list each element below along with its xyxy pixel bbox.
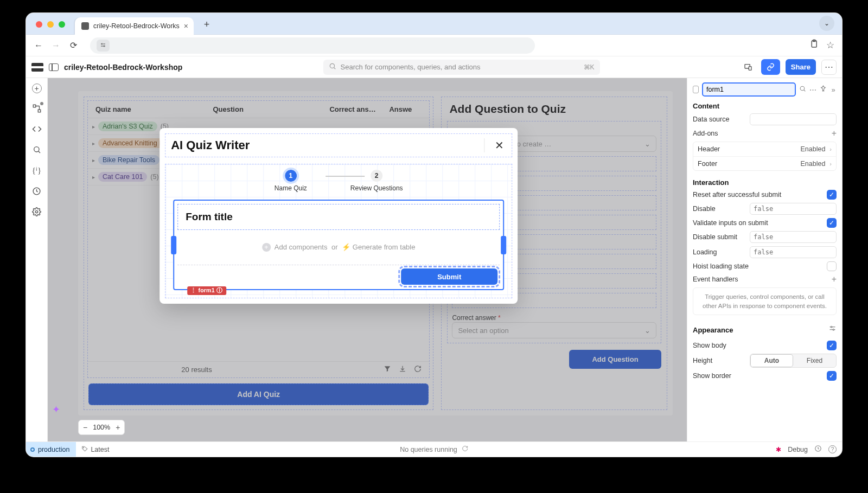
add-component-icon[interactable]: +	[32, 84, 42, 93]
reset-toggle[interactable]	[827, 190, 837, 200]
loading-input[interactable]	[750, 246, 837, 258]
content-heading: Content	[693, 102, 837, 110]
bolt-icon: ⚡	[342, 243, 350, 251]
step-name-quiz[interactable]: 1 Name Quiz	[275, 170, 307, 192]
show-body-toggle[interactable]	[827, 341, 837, 350]
forward-button[interactable]: →	[51, 41, 61, 50]
search-rail-icon[interactable]	[31, 144, 42, 155]
version-label[interactable]: Latest	[91, 446, 109, 453]
zoom-out-button[interactable]: −	[83, 423, 87, 432]
appearance-settings-icon[interactable]	[828, 325, 837, 335]
window-close-dot[interactable]	[36, 21, 42, 28]
resize-handle-left[interactable]	[171, 236, 176, 254]
code-icon[interactable]	[31, 124, 42, 135]
share-button[interactable]: Share	[786, 59, 816, 75]
app-title: criley-Retool-Bedrock-Workshop	[64, 63, 182, 72]
tabs-overflow-button[interactable]: ⌄	[819, 16, 834, 31]
svg-point-24	[831, 326, 832, 328]
svg-line-17	[38, 151, 40, 153]
inspector-expand-icon[interactable]: »	[830, 86, 837, 94]
queries-status: No queries running	[400, 446, 457, 453]
reload-button[interactable]: ⟳	[68, 40, 78, 50]
addon-header-row[interactable]: Header Enabled ›	[693, 142, 836, 156]
disable-submit-input[interactable]	[750, 231, 837, 243]
search-shortcut: ⌘K	[584, 63, 595, 71]
svg-rect-11	[749, 66, 751, 70]
queries-refresh-icon[interactable]	[462, 445, 468, 453]
settings-icon[interactable]	[31, 206, 42, 217]
disable-submit-label: Disable submit	[693, 233, 745, 241]
status-help-icon[interactable]: ?	[828, 445, 837, 453]
disable-label: Disable	[693, 205, 745, 213]
show-body-label: Show body	[693, 342, 822, 349]
component-type-icon	[693, 86, 699, 93]
zoom-control[interactable]: − 100% +	[78, 420, 125, 435]
show-border-toggle[interactable]	[827, 371, 837, 381]
toggle-panel-button[interactable]	[49, 63, 59, 71]
window-max-dot[interactable]	[59, 21, 65, 28]
addons-add-icon[interactable]: +	[832, 129, 837, 138]
history-icon[interactable]	[31, 185, 42, 196]
retool-logo[interactable]	[31, 63, 43, 72]
resize-handle-right[interactable]	[501, 236, 506, 254]
validate-toggle[interactable]	[827, 218, 837, 228]
back-button[interactable]: ←	[34, 41, 43, 50]
data-source-input[interactable]	[750, 113, 837, 125]
tab-close-icon[interactable]: ×	[184, 22, 188, 30]
appearance-heading: Appearance	[693, 326, 824, 334]
command-search[interactable]: Search for components, queries, and acti…	[323, 60, 600, 75]
submit-button[interactable]: Submit	[401, 268, 497, 285]
link-button[interactable]	[761, 59, 780, 75]
disable-input[interactable]	[750, 203, 837, 215]
svg-line-22	[804, 90, 806, 92]
modal: AI Quiz Writer ✕ 1 Name Quiz 2	[159, 128, 518, 304]
more-actions-button[interactable]: ⋯	[821, 60, 837, 75]
window-min-dot[interactable]	[47, 21, 54, 28]
data-source-label: Data source	[693, 116, 745, 123]
inspector-more-icon[interactable]: ⋯	[809, 86, 816, 94]
status-history-icon[interactable]	[814, 445, 822, 454]
site-settings-icon[interactable]	[97, 40, 110, 52]
event-handlers-help: Trigger queries, control components, or …	[693, 287, 837, 315]
modal-close-button[interactable]: ✕	[492, 139, 506, 152]
clipboard-icon[interactable]	[809, 39, 819, 52]
svg-rect-13	[38, 110, 41, 112]
component-name-input[interactable]	[702, 82, 796, 97]
ai-assistant-icon[interactable]: ✦	[52, 404, 60, 415]
inspector-search-icon[interactable]	[799, 85, 806, 94]
environment-badge[interactable]: production	[26, 442, 76, 457]
svg-point-27	[83, 447, 84, 448]
form1-component[interactable]: Form title + Add components or ⚡ Generat…	[173, 200, 504, 290]
responsive-preview-button[interactable]	[741, 60, 756, 75]
state-icon[interactable]: {ⁱ}	[31, 165, 42, 176]
tag-icon	[81, 445, 88, 454]
component-badge[interactable]: ⋮ form1 ⓘ	[187, 286, 226, 295]
debug-icon[interactable]: ✱	[776, 446, 781, 453]
hoist-toggle[interactable]	[827, 261, 837, 271]
debug-label[interactable]: Debug	[788, 446, 808, 453]
search-placeholder: Search for components, queries, and acti…	[341, 63, 481, 71]
address-bar[interactable]	[90, 37, 535, 54]
form-title[interactable]: Form title	[177, 204, 500, 230]
event-add-icon[interactable]: +	[832, 274, 837, 284]
component-tree-icon[interactable]	[31, 103, 42, 114]
inspector-pin-icon[interactable]	[820, 85, 827, 94]
reset-label: Reset after successful submit	[693, 191, 822, 199]
interaction-heading: Interaction	[693, 178, 837, 187]
height-label: Height	[693, 357, 745, 364]
env-indicator-icon	[30, 447, 35, 452]
height-segment[interactable]: Auto Fixed	[750, 354, 837, 368]
tab-title: criley-Retool-Bedrock-Works	[93, 22, 180, 30]
form-empty-area[interactable]: + Add components or ⚡ Generate from tabl…	[177, 230, 500, 265]
add-components-icon[interactable]: +	[262, 243, 271, 252]
addon-footer-row[interactable]: Footer Enabled ›	[693, 156, 836, 170]
step-review-questions[interactable]: 2 Review Questions	[350, 170, 403, 192]
zoom-in-button[interactable]: +	[116, 423, 120, 432]
svg-point-21	[800, 86, 805, 91]
bookmark-icon[interactable]: ☆	[826, 40, 834, 51]
new-tab-button[interactable]: +	[199, 17, 214, 32]
event-handlers-label: Event handlers	[693, 276, 827, 283]
chevron-right-icon: ›	[829, 161, 832, 167]
browser-tab[interactable]: criley-Retool-Bedrock-Works ×	[75, 17, 194, 35]
chevron-right-icon: ›	[829, 146, 832, 152]
